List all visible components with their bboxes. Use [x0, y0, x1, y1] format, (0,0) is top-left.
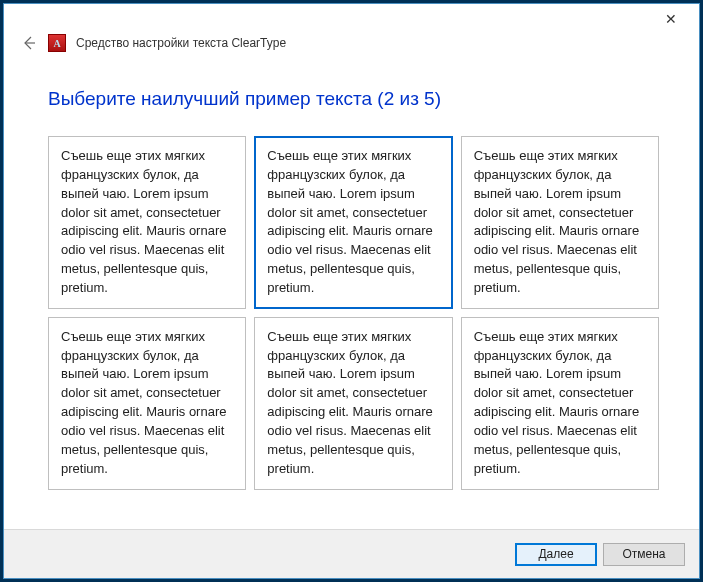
text-sample-5[interactable]: Съешь еще этих мягких французских булок,… [254, 317, 452, 490]
header-row: A Средство настройки текста ClearType [4, 34, 699, 58]
footer-bar: Далее Отмена [4, 529, 699, 578]
text-sample-1[interactable]: Съешь еще этих мягких французских булок,… [48, 136, 246, 309]
text-sample-6[interactable]: Съешь еще этих мягких французских булок,… [461, 317, 659, 490]
app-icon: A [48, 34, 66, 52]
dialog-window: ✕ A Средство настройки текста ClearType … [3, 3, 700, 579]
titlebar: ✕ [4, 4, 699, 34]
back-button[interactable] [20, 34, 38, 52]
close-button[interactable]: ✕ [651, 5, 691, 33]
instruction-heading: Выберите наилучший пример текста (2 из 5… [48, 88, 659, 110]
cancel-button[interactable]: Отмена [603, 543, 685, 566]
text-sample-3[interactable]: Съешь еще этих мягких французских булок,… [461, 136, 659, 309]
app-icon-letter: A [53, 38, 60, 49]
close-icon: ✕ [665, 11, 677, 27]
sample-grid: Съешь еще этих мягких французских булок,… [48, 136, 659, 490]
app-title: Средство настройки текста ClearType [76, 36, 286, 50]
back-arrow-icon [21, 35, 37, 51]
text-sample-2[interactable]: Съешь еще этих мягких французских булок,… [254, 136, 452, 309]
content-area: Выберите наилучший пример текста (2 из 5… [4, 58, 699, 529]
next-button[interactable]: Далее [515, 543, 597, 566]
text-sample-4[interactable]: Съешь еще этих мягких французских булок,… [48, 317, 246, 490]
